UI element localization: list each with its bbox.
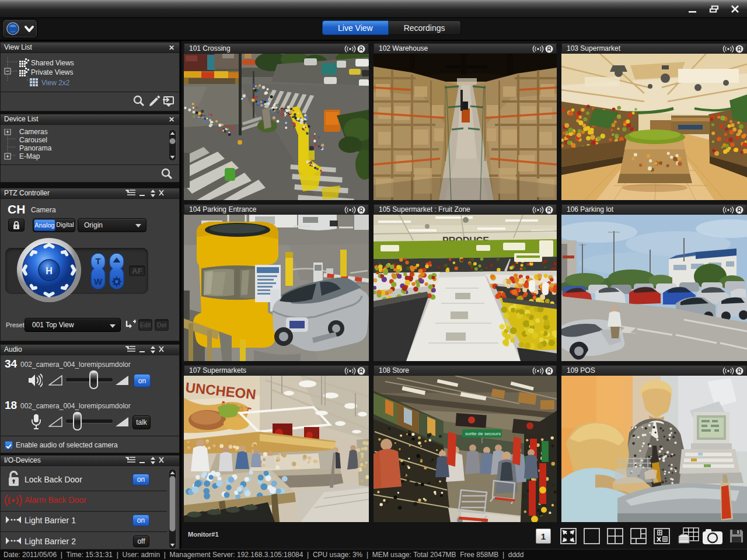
svg-text:Shared Views: Shared Views: [31, 59, 74, 67]
svg-text:H: H: [46, 265, 53, 276]
svg-text:Private Views: Private Views: [31, 68, 73, 76]
svg-text:sortie de secours: sortie de secours: [465, 431, 501, 436]
svg-text:View 2x2: View 2x2: [41, 79, 70, 87]
svg-text:E-Map: E-Map: [19, 152, 40, 160]
svg-text:Carousel: Carousel: [19, 136, 47, 144]
svg-text:W: W: [94, 276, 103, 286]
svg-text:T: T: [96, 256, 101, 266]
svg-text:Panorama: Panorama: [19, 144, 52, 152]
svg-text:Cameras: Cameras: [19, 129, 48, 136]
